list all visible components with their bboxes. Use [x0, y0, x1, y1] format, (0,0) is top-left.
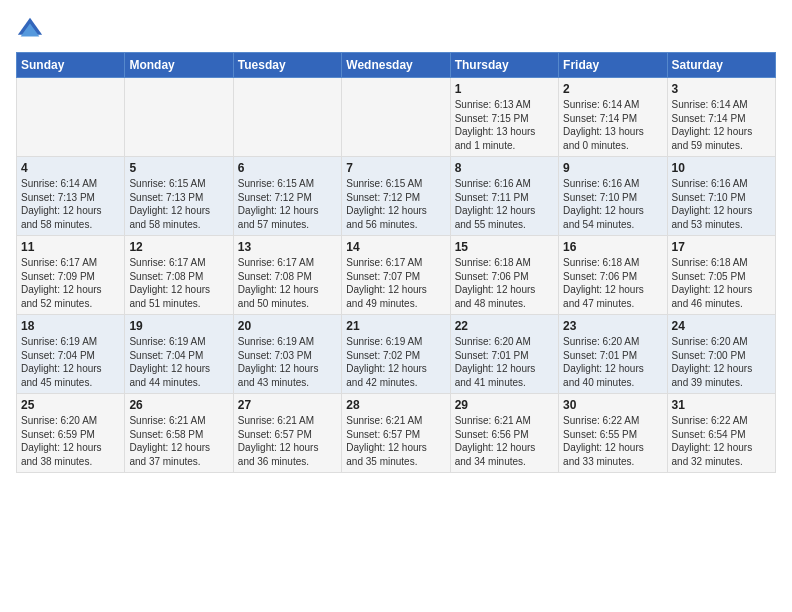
- calendar-cell: 17Sunrise: 6:18 AM Sunset: 7:05 PM Dayli…: [667, 236, 775, 315]
- cell-content: Sunrise: 6:15 AM Sunset: 7:13 PM Dayligh…: [129, 177, 228, 231]
- calendar-table: SundayMondayTuesdayWednesdayThursdayFrid…: [16, 52, 776, 473]
- cell-content: Sunrise: 6:17 AM Sunset: 7:07 PM Dayligh…: [346, 256, 445, 310]
- day-number: 15: [455, 240, 554, 254]
- cell-content: Sunrise: 6:17 AM Sunset: 7:09 PM Dayligh…: [21, 256, 120, 310]
- day-number: 2: [563, 82, 662, 96]
- cell-content: Sunrise: 6:19 AM Sunset: 7:03 PM Dayligh…: [238, 335, 337, 389]
- cell-content: Sunrise: 6:21 AM Sunset: 6:57 PM Dayligh…: [346, 414, 445, 468]
- day-number: 10: [672, 161, 771, 175]
- day-header-saturday: Saturday: [667, 53, 775, 78]
- cell-content: Sunrise: 6:22 AM Sunset: 6:55 PM Dayligh…: [563, 414, 662, 468]
- day-header-wednesday: Wednesday: [342, 53, 450, 78]
- day-header-monday: Monday: [125, 53, 233, 78]
- calendar-cell: 12Sunrise: 6:17 AM Sunset: 7:08 PM Dayli…: [125, 236, 233, 315]
- calendar-cell: 27Sunrise: 6:21 AM Sunset: 6:57 PM Dayli…: [233, 394, 341, 473]
- cell-content: Sunrise: 6:16 AM Sunset: 7:11 PM Dayligh…: [455, 177, 554, 231]
- day-number: 5: [129, 161, 228, 175]
- day-number: 9: [563, 161, 662, 175]
- calendar-cell: 24Sunrise: 6:20 AM Sunset: 7:00 PM Dayli…: [667, 315, 775, 394]
- day-number: 1: [455, 82, 554, 96]
- calendar-cell: 25Sunrise: 6:20 AM Sunset: 6:59 PM Dayli…: [17, 394, 125, 473]
- calendar-cell: 26Sunrise: 6:21 AM Sunset: 6:58 PM Dayli…: [125, 394, 233, 473]
- cell-content: Sunrise: 6:20 AM Sunset: 7:01 PM Dayligh…: [455, 335, 554, 389]
- day-number: 19: [129, 319, 228, 333]
- cell-content: Sunrise: 6:14 AM Sunset: 7:13 PM Dayligh…: [21, 177, 120, 231]
- day-number: 18: [21, 319, 120, 333]
- calendar-cell: 21Sunrise: 6:19 AM Sunset: 7:02 PM Dayli…: [342, 315, 450, 394]
- cell-content: Sunrise: 6:18 AM Sunset: 7:06 PM Dayligh…: [563, 256, 662, 310]
- calendar-cell: 29Sunrise: 6:21 AM Sunset: 6:56 PM Dayli…: [450, 394, 558, 473]
- day-number: 22: [455, 319, 554, 333]
- day-number: 28: [346, 398, 445, 412]
- day-number: 16: [563, 240, 662, 254]
- calendar-cell: 15Sunrise: 6:18 AM Sunset: 7:06 PM Dayli…: [450, 236, 558, 315]
- day-number: 3: [672, 82, 771, 96]
- week-row-2: 4Sunrise: 6:14 AM Sunset: 7:13 PM Daylig…: [17, 157, 776, 236]
- day-number: 21: [346, 319, 445, 333]
- week-row-5: 25Sunrise: 6:20 AM Sunset: 6:59 PM Dayli…: [17, 394, 776, 473]
- logo: [16, 16, 48, 44]
- day-header-tuesday: Tuesday: [233, 53, 341, 78]
- cell-content: Sunrise: 6:16 AM Sunset: 7:10 PM Dayligh…: [563, 177, 662, 231]
- day-number: 23: [563, 319, 662, 333]
- cell-content: Sunrise: 6:22 AM Sunset: 6:54 PM Dayligh…: [672, 414, 771, 468]
- day-header-sunday: Sunday: [17, 53, 125, 78]
- calendar-cell: 19Sunrise: 6:19 AM Sunset: 7:04 PM Dayli…: [125, 315, 233, 394]
- cell-content: Sunrise: 6:17 AM Sunset: 7:08 PM Dayligh…: [238, 256, 337, 310]
- calendar-cell: 6Sunrise: 6:15 AM Sunset: 7:12 PM Daylig…: [233, 157, 341, 236]
- cell-content: Sunrise: 6:20 AM Sunset: 6:59 PM Dayligh…: [21, 414, 120, 468]
- day-number: 8: [455, 161, 554, 175]
- page-header: [16, 16, 776, 44]
- calendar-cell: [125, 78, 233, 157]
- day-number: 4: [21, 161, 120, 175]
- day-number: 26: [129, 398, 228, 412]
- day-number: 31: [672, 398, 771, 412]
- calendar-cell: 11Sunrise: 6:17 AM Sunset: 7:09 PM Dayli…: [17, 236, 125, 315]
- day-number: 20: [238, 319, 337, 333]
- cell-content: Sunrise: 6:21 AM Sunset: 6:58 PM Dayligh…: [129, 414, 228, 468]
- day-number: 24: [672, 319, 771, 333]
- calendar-cell: [233, 78, 341, 157]
- cell-content: Sunrise: 6:20 AM Sunset: 7:01 PM Dayligh…: [563, 335, 662, 389]
- cell-content: Sunrise: 6:13 AM Sunset: 7:15 PM Dayligh…: [455, 98, 554, 152]
- cell-content: Sunrise: 6:19 AM Sunset: 7:02 PM Dayligh…: [346, 335, 445, 389]
- cell-content: Sunrise: 6:15 AM Sunset: 7:12 PM Dayligh…: [238, 177, 337, 231]
- day-number: 6: [238, 161, 337, 175]
- calendar-cell: 22Sunrise: 6:20 AM Sunset: 7:01 PM Dayli…: [450, 315, 558, 394]
- calendar-cell: 23Sunrise: 6:20 AM Sunset: 7:01 PM Dayli…: [559, 315, 667, 394]
- calendar-cell: 2Sunrise: 6:14 AM Sunset: 7:14 PM Daylig…: [559, 78, 667, 157]
- calendar-cell: 7Sunrise: 6:15 AM Sunset: 7:12 PM Daylig…: [342, 157, 450, 236]
- calendar-cell: 9Sunrise: 6:16 AM Sunset: 7:10 PM Daylig…: [559, 157, 667, 236]
- calendar-cell: 10Sunrise: 6:16 AM Sunset: 7:10 PM Dayli…: [667, 157, 775, 236]
- day-number: 30: [563, 398, 662, 412]
- week-row-1: 1Sunrise: 6:13 AM Sunset: 7:15 PM Daylig…: [17, 78, 776, 157]
- calendar-cell: 14Sunrise: 6:17 AM Sunset: 7:07 PM Dayli…: [342, 236, 450, 315]
- calendar-cell: 20Sunrise: 6:19 AM Sunset: 7:03 PM Dayli…: [233, 315, 341, 394]
- cell-content: Sunrise: 6:19 AM Sunset: 7:04 PM Dayligh…: [129, 335, 228, 389]
- week-row-3: 11Sunrise: 6:17 AM Sunset: 7:09 PM Dayli…: [17, 236, 776, 315]
- calendar-cell: 18Sunrise: 6:19 AM Sunset: 7:04 PM Dayli…: [17, 315, 125, 394]
- cell-content: Sunrise: 6:19 AM Sunset: 7:04 PM Dayligh…: [21, 335, 120, 389]
- cell-content: Sunrise: 6:21 AM Sunset: 6:56 PM Dayligh…: [455, 414, 554, 468]
- day-number: 11: [21, 240, 120, 254]
- day-number: 13: [238, 240, 337, 254]
- calendar-cell: 1Sunrise: 6:13 AM Sunset: 7:15 PM Daylig…: [450, 78, 558, 157]
- calendar-cell: 13Sunrise: 6:17 AM Sunset: 7:08 PM Dayli…: [233, 236, 341, 315]
- cell-content: Sunrise: 6:14 AM Sunset: 7:14 PM Dayligh…: [672, 98, 771, 152]
- cell-content: Sunrise: 6:18 AM Sunset: 7:05 PM Dayligh…: [672, 256, 771, 310]
- cell-content: Sunrise: 6:14 AM Sunset: 7:14 PM Dayligh…: [563, 98, 662, 152]
- day-number: 17: [672, 240, 771, 254]
- day-number: 14: [346, 240, 445, 254]
- cell-content: Sunrise: 6:18 AM Sunset: 7:06 PM Dayligh…: [455, 256, 554, 310]
- calendar-header-row: SundayMondayTuesdayWednesdayThursdayFrid…: [17, 53, 776, 78]
- calendar-cell: 28Sunrise: 6:21 AM Sunset: 6:57 PM Dayli…: [342, 394, 450, 473]
- calendar-body: 1Sunrise: 6:13 AM Sunset: 7:15 PM Daylig…: [17, 78, 776, 473]
- day-header-friday: Friday: [559, 53, 667, 78]
- week-row-4: 18Sunrise: 6:19 AM Sunset: 7:04 PM Dayli…: [17, 315, 776, 394]
- day-number: 25: [21, 398, 120, 412]
- calendar-cell: 31Sunrise: 6:22 AM Sunset: 6:54 PM Dayli…: [667, 394, 775, 473]
- day-number: 29: [455, 398, 554, 412]
- calendar-cell: 3Sunrise: 6:14 AM Sunset: 7:14 PM Daylig…: [667, 78, 775, 157]
- day-number: 27: [238, 398, 337, 412]
- day-number: 7: [346, 161, 445, 175]
